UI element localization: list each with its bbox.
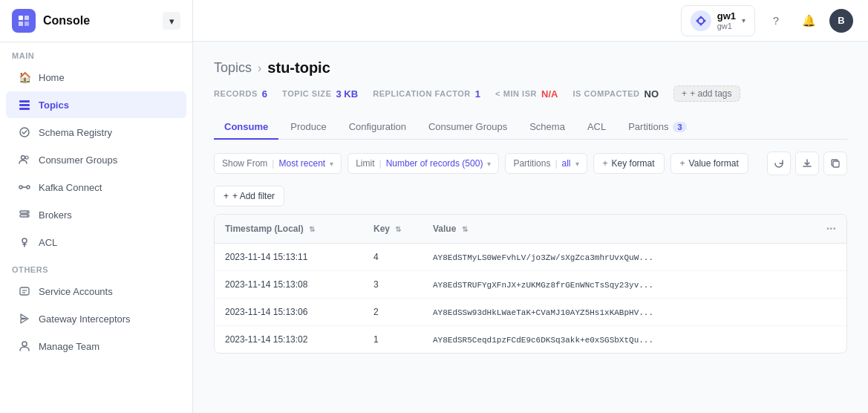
download-button[interactable] [795, 152, 819, 175]
breadcrumb: Topics › stu-topic [214, 59, 847, 77]
manage-team-icon [18, 339, 31, 353]
tab-schema[interactable]: Schema [519, 115, 575, 140]
cell-timestamp: 2023-11-14 15:13:08 [215, 271, 363, 299]
tab-consume[interactable]: Consume [214, 115, 278, 140]
table-row[interactable]: 2023-11-14 15:13:02 1 AY8EdSR5Ceqd1pzFCd… [215, 326, 846, 354]
tab-consumer-groups[interactable]: Consumer Groups [418, 115, 518, 140]
th-actions: ··· [816, 215, 846, 244]
breadcrumb-parent[interactable]: Topics [214, 60, 252, 76]
svg-point-17 [22, 238, 27, 243]
cell-actions [816, 299, 846, 326]
svg-rect-4 [19, 100, 30, 103]
key-format-button[interactable]: + Key format [593, 153, 665, 174]
sidebar-item-label: ACL [39, 237, 57, 248]
cluster-chevron-icon: ▾ [742, 16, 745, 25]
add-filter-button[interactable]: + + Add filter [214, 186, 284, 206]
svg-point-8 [22, 156, 25, 160]
table-row[interactable]: 2023-11-14 15:13:06 2 AY8EdSSw93dHkLWaeT… [215, 299, 846, 326]
meta-is-compacted: IS COMPACTED NO [572, 88, 659, 100]
refresh-button[interactable] [767, 152, 791, 175]
timestamp-sort-icon: ⇅ [309, 225, 315, 233]
toolbar: Show From | Most recent ▾ Limit | Number… [214, 152, 847, 175]
sidebar-item-consumer-groups[interactable]: Consumer Groups [6, 146, 186, 173]
add-tags-label: + add tags [690, 88, 731, 99]
topic-size-label: TOPIC SIZE [282, 89, 331, 98]
cell-key: 2 [363, 299, 422, 326]
sidebar-item-schema-registry[interactable]: Schema Registry [6, 119, 186, 146]
sidebar-item-service-accounts[interactable]: Service Accounts [6, 278, 186, 305]
sidebar-item-label: Consumer Groups [39, 155, 117, 166]
table-more-icon[interactable]: ··· [826, 222, 836, 235]
cell-timestamp: 2023-11-14 15:13:06 [215, 299, 363, 326]
is-compacted-value: NO [645, 88, 659, 100]
svg-rect-2 [19, 22, 23, 26]
svg-rect-18 [20, 287, 29, 295]
min-isr-value: N/A [541, 88, 558, 100]
cluster-icon [691, 10, 711, 31]
tab-acl[interactable]: ACL [577, 115, 616, 140]
meta-topic-size: TOPIC SIZE 3 KB [282, 88, 358, 100]
value-sort-icon: ⇅ [462, 225, 468, 233]
th-key[interactable]: Key ⇅ [363, 215, 422, 244]
sidebar-item-topics[interactable]: Topics [6, 91, 186, 118]
table-row[interactable]: 2023-11-14 15:13:11 4 AY8EdSTMyLS0WeFvhL… [215, 244, 846, 271]
sidebar-dropdown-btn[interactable]: ▾ [163, 12, 180, 30]
show-from-value: Most recent [278, 158, 325, 169]
show-from-selector[interactable]: Show From | Most recent ▾ [214, 153, 342, 174]
sidebar-item-brokers[interactable]: Brokers [6, 201, 186, 228]
sidebar-item-gateway-interceptors[interactable]: Gateway Interceptors [6, 305, 186, 332]
tab-configuration[interactable]: Configuration [339, 115, 417, 140]
svg-point-10 [19, 186, 22, 189]
tab-produce-label: Produce [290, 121, 326, 132]
sidebar: Console ▾ MAIN 🏠 Home Topics [0, 0, 193, 413]
svg-point-16 [27, 215, 28, 217]
svg-point-23 [699, 16, 702, 18]
value-format-label: Value format [689, 158, 739, 169]
show-from-label: Show From [222, 158, 267, 169]
svg-rect-5 [19, 104, 30, 106]
plus-icon: + [603, 158, 608, 169]
add-tags-button[interactable]: + + add tags [673, 85, 740, 102]
cell-actions [816, 244, 846, 271]
cluster-selector[interactable]: gw1 gw1 ▾ [681, 5, 755, 36]
th-value[interactable]: Value ⇅ [422, 215, 816, 244]
sidebar-item-kafka-connect[interactable]: Kafka Connect [6, 174, 186, 201]
tab-partitions[interactable]: Partitions 3 [618, 115, 696, 140]
content-area: Topics › stu-topic RECORDS 6 TOPIC SIZE … [193, 42, 868, 413]
acl-icon [18, 235, 31, 249]
svg-rect-1 [25, 16, 29, 20]
plus-icon: + [223, 191, 229, 201]
limit-value: Number of records (500) [386, 158, 483, 169]
th-timestamp[interactable]: Timestamp (Local) ⇅ [215, 215, 363, 244]
kafka-connect-icon [18, 181, 31, 194]
sidebar-item-label: Home [39, 72, 65, 83]
sidebar-item-home[interactable]: 🏠 Home [6, 64, 186, 91]
value-format-button[interactable]: + Value format [670, 153, 748, 174]
refresh-icon [774, 158, 784, 169]
cell-value: AY8EdSSw93dHkLWaeTaK+CVaMJ10AYZ5Hs1xKABp… [422, 299, 816, 326]
data-table: Timestamp (Local) ⇅ Key ⇅ Value ⇅ ··· [214, 214, 847, 354]
topics-icon [18, 98, 31, 111]
replication-factor-label: REPLICATION FACTOR [373, 89, 471, 98]
avatar[interactable]: B [829, 9, 853, 33]
plus-icon: + [680, 158, 685, 169]
copy-button[interactable] [823, 152, 847, 175]
meta-min-isr: < MIN ISR N/A [495, 88, 558, 100]
sidebar-item-acl[interactable]: ACL [6, 229, 186, 256]
meta-replication-factor: REPLICATION FACTOR 1 [373, 88, 480, 100]
app-title: Console [43, 14, 90, 27]
help-button[interactable]: ? [764, 9, 788, 33]
tab-consume-label: Consume [224, 121, 268, 132]
value-header-label: Value [433, 224, 456, 234]
tab-produce[interactable]: Produce [280, 115, 336, 140]
cell-value: AY8EdSTMyLS0WeFvhLV/jo3Zw/sXgZca3mhrUvxQ… [422, 244, 816, 271]
partitions-label: Partitions [513, 158, 550, 169]
limit-selector[interactable]: Limit | Number of records (500) ▾ [347, 153, 499, 174]
limit-chevron-icon: ▾ [487, 160, 491, 168]
partitions-selector[interactable]: Partitions | all ▾ [505, 153, 587, 174]
notifications-button[interactable]: 🔔 [797, 9, 820, 33]
sidebar-item-manage-team[interactable]: Manage Team [6, 333, 186, 360]
table-row[interactable]: 2023-11-14 15:13:08 3 AY8EdSTRUFYgXFnJX+… [215, 271, 846, 299]
main-area: gw1 gw1 ▾ ? 🔔 B Topics › stu-topic RECOR… [193, 0, 868, 413]
sidebar-item-label: Gateway Interceptors [39, 313, 131, 325]
